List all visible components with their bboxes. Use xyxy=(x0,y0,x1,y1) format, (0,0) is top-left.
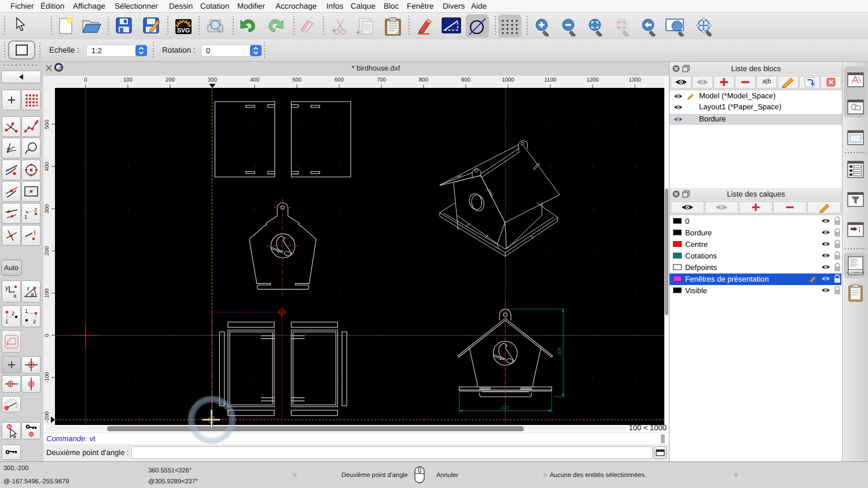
svg-text:1: 1 xyxy=(24,214,27,220)
svg-text:SVG: SVG xyxy=(177,27,190,34)
svg-text:2: 2 xyxy=(33,319,36,324)
svg-text:100: 100 xyxy=(123,77,133,83)
svg-text:400: 400 xyxy=(250,77,259,83)
svg-text:200: 200 xyxy=(165,77,175,83)
svg-text:220: 220 xyxy=(501,405,509,411)
svg-text:100: 100 xyxy=(44,289,50,298)
svg-text:1: 1 xyxy=(5,319,8,324)
svg-text:300: 300 xyxy=(208,77,217,83)
svg-text:r: r xyxy=(27,286,30,293)
svg-text:1100: 1100 xyxy=(545,77,556,83)
svg-text:a: a xyxy=(31,291,34,298)
svg-text:500: 500 xyxy=(292,77,301,83)
svg-text:!: ! xyxy=(34,229,36,237)
svg-text:1000: 1000 xyxy=(502,77,514,83)
svg-text:309: 309 xyxy=(557,347,562,356)
svg-text:x: x xyxy=(13,293,17,299)
svg-text:y: y xyxy=(5,284,9,291)
svg-text:200: 200 xyxy=(44,246,50,256)
svg-text:700: 700 xyxy=(377,77,386,83)
svg-text:2: 2 xyxy=(12,310,14,316)
svg-text:-200: -200 xyxy=(44,411,50,422)
svg-text:300: 300 xyxy=(44,204,50,213)
svg-text:500: 500 xyxy=(44,120,50,129)
svg-text:400: 400 xyxy=(44,162,50,171)
svg-text:800: 800 xyxy=(419,77,428,83)
svg-text:900: 900 xyxy=(461,77,470,83)
svg-text:c_command: c_command xyxy=(847,271,864,275)
svg-text:1200: 1200 xyxy=(586,77,598,83)
svg-text:0: 0 xyxy=(84,77,87,83)
svg-text:0: 0 xyxy=(44,334,50,337)
svg-text:600: 600 xyxy=(334,77,344,83)
svg-text:2: 2 xyxy=(34,207,37,213)
svg-text:-100: -100 xyxy=(44,372,50,383)
svg-text:1300: 1300 xyxy=(628,77,641,83)
svg-text:1: 1 xyxy=(25,309,28,314)
